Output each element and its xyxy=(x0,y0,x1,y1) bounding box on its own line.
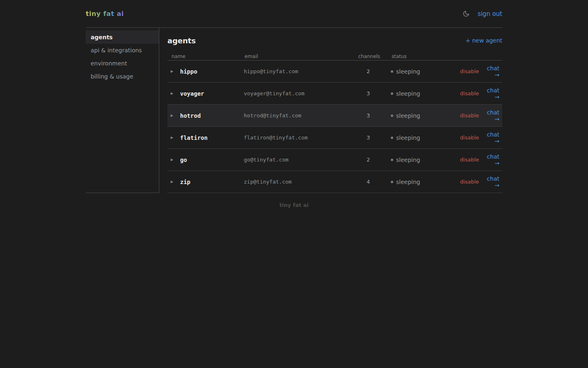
footer-brand: tiny fat ai xyxy=(86,202,502,208)
chat-link[interactable]: chat→ xyxy=(480,175,499,188)
agent-email: go@tinyfat.com xyxy=(244,157,346,163)
brand-logo[interactable]: tiny fat ai xyxy=(86,10,124,18)
page-container: tiny fat ai sign out agents api & integr… xyxy=(86,0,502,208)
chat-link[interactable]: chat→ xyxy=(480,87,499,100)
agent-name: voyager xyxy=(180,90,244,97)
agent-name: go xyxy=(180,157,244,163)
status-dot-icon xyxy=(391,92,393,95)
sidebar-item-environment[interactable]: environment xyxy=(86,57,159,70)
disable-button[interactable]: disable xyxy=(460,157,479,163)
agent-status: sleeping xyxy=(391,90,455,97)
chat-arrow-icon: → xyxy=(480,182,499,188)
agent-email: flatiron@tinyfat.com xyxy=(244,135,346,141)
chat-label: chat xyxy=(487,175,499,182)
sidebar-item-billing-usage[interactable]: billing & usage xyxy=(86,70,159,83)
status-dot-icon xyxy=(391,159,393,161)
agent-name: zip xyxy=(180,179,244,185)
new-agent-button[interactable]: + new agent xyxy=(466,37,502,44)
sidebar-nav: agents api & integrations environment bi… xyxy=(86,28,159,193)
table-row: ▶ zip zip@tinyfat.com 4 sleeping disable… xyxy=(167,171,502,193)
chat-link[interactable]: chat→ xyxy=(480,65,499,78)
content-area: agents api & integrations environment bi… xyxy=(86,27,502,193)
expand-caret-icon[interactable]: ▶ xyxy=(171,70,180,73)
sidebar-item-api-integrations[interactable]: api & integrations xyxy=(86,44,159,57)
top-bar: tiny fat ai sign out xyxy=(86,0,502,27)
agent-status: sleeping xyxy=(391,157,455,163)
agent-name: flatiron xyxy=(180,135,244,141)
table-header: name email channels status xyxy=(167,52,502,61)
main-panel: agents + new agent name email channels s… xyxy=(159,28,502,193)
sidebar-item-agents[interactable]: agents xyxy=(86,30,159,44)
chat-link[interactable]: chat→ xyxy=(480,131,499,144)
status-label: sleeping xyxy=(396,90,420,97)
table-row: ▶ go go@tinyfat.com 2 sleeping disable c… xyxy=(167,149,502,171)
chat-arrow-icon: → xyxy=(480,94,499,100)
status-dot-icon xyxy=(391,137,393,139)
theme-toggle-button[interactable] xyxy=(463,10,470,17)
column-header-email: email xyxy=(245,54,347,59)
chat-link[interactable]: chat→ xyxy=(480,109,499,122)
agent-email: zip@tinyfat.com xyxy=(244,179,346,185)
expand-caret-icon[interactable]: ▶ xyxy=(171,158,180,162)
agent-status: sleeping xyxy=(391,112,455,119)
disable-button[interactable]: disable xyxy=(460,135,479,141)
chat-label: chat xyxy=(487,153,499,160)
column-header-name: name xyxy=(172,54,245,59)
expand-caret-icon[interactable]: ▶ xyxy=(171,114,180,117)
chat-link[interactable]: chat→ xyxy=(480,153,499,166)
agent-channels-count: 4 xyxy=(346,179,391,185)
sidebar-item-label: api & integrations xyxy=(91,47,142,54)
expand-caret-icon[interactable]: ▶ xyxy=(171,180,180,184)
chat-label: chat xyxy=(487,65,499,72)
status-dot-icon xyxy=(391,114,393,117)
status-dot-icon xyxy=(391,70,393,73)
agent-channels-count: 3 xyxy=(346,112,391,119)
chat-arrow-icon: → xyxy=(480,72,499,78)
disable-button[interactable]: disable xyxy=(460,179,479,185)
sidebar-item-label: environment xyxy=(91,60,127,67)
status-dot-icon xyxy=(391,181,393,183)
top-bar-actions: sign out xyxy=(463,10,502,18)
disable-button[interactable]: disable xyxy=(460,90,479,96)
table-row: ▶ hotrod hotrod@tinyfat.com 3 sleeping d… xyxy=(167,105,502,127)
moon-icon xyxy=(463,10,470,17)
expand-caret-icon[interactable]: ▶ xyxy=(171,136,180,139)
chat-arrow-icon: → xyxy=(480,160,499,166)
sidebar-item-label: billing & usage xyxy=(91,73,133,80)
chat-label: chat xyxy=(487,87,499,94)
table-body: ▶ hippo hippo@tinyfat.com 2 sleeping dis… xyxy=(167,61,502,193)
status-label: sleeping xyxy=(396,135,420,141)
main-header: agents + new agent xyxy=(167,36,502,45)
disable-button[interactable]: disable xyxy=(460,112,479,119)
status-label: sleeping xyxy=(396,112,420,119)
chat-label: chat xyxy=(487,109,499,116)
agent-email: voyager@tinyfat.com xyxy=(244,90,346,96)
agent-channels-count: 2 xyxy=(346,68,391,74)
agent-status: sleeping xyxy=(391,179,455,185)
agent-channels-count: 2 xyxy=(346,157,391,163)
status-label: sleeping xyxy=(396,68,420,75)
chat-arrow-icon: → xyxy=(480,138,499,144)
expand-caret-icon[interactable]: ▶ xyxy=(171,92,180,95)
agent-name: hippo xyxy=(180,68,244,75)
agent-status: sleeping xyxy=(391,135,455,141)
column-header-channels: channels xyxy=(347,54,392,59)
agent-email: hotrod@tinyfat.com xyxy=(244,112,346,119)
disable-button[interactable]: disable xyxy=(460,68,479,74)
sign-out-link[interactable]: sign out xyxy=(478,10,502,18)
sidebar-item-label: agents xyxy=(91,34,113,40)
status-label: sleeping xyxy=(396,179,420,185)
chat-label: chat xyxy=(487,131,499,138)
column-header-status: status xyxy=(392,54,499,59)
table-row: ▶ flatiron flatiron@tinyfat.com 3 sleepi… xyxy=(167,127,502,149)
agent-email: hippo@tinyfat.com xyxy=(244,68,346,74)
page-title: agents xyxy=(167,36,196,45)
agent-channels-count: 3 xyxy=(346,135,391,141)
table-row: ▶ voyager voyager@tinyfat.com 3 sleeping… xyxy=(167,83,502,105)
status-label: sleeping xyxy=(396,157,420,163)
chat-arrow-icon: → xyxy=(480,116,499,122)
agent-name: hotrod xyxy=(180,112,244,119)
table-row: ▶ hippo hippo@tinyfat.com 2 sleeping dis… xyxy=(167,61,502,83)
agent-channels-count: 3 xyxy=(346,90,391,96)
agent-status: sleeping xyxy=(391,68,455,75)
